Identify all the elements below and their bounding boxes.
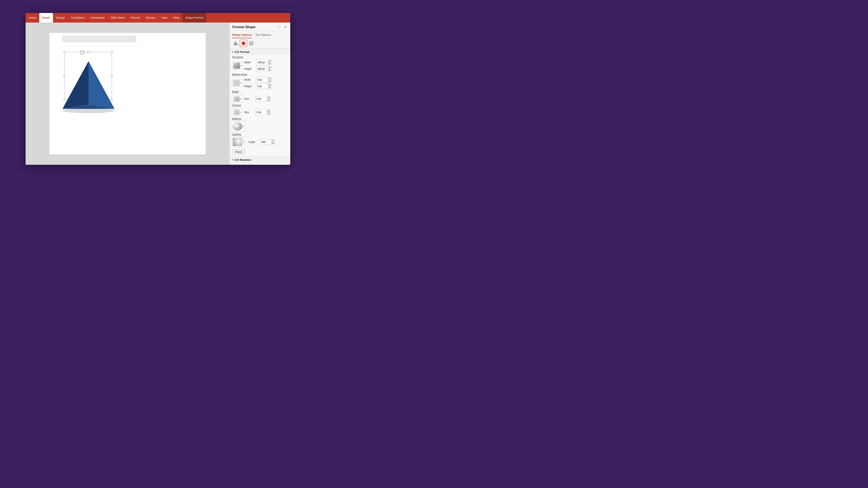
section-3d-rotation-header[interactable]: ▾ 3-D Rotation: [230, 156, 290, 163]
panel-icons-row: [230, 38, 290, 48]
top-bevel-width-up[interactable]: ▲: [268, 60, 271, 63]
bottom-bevel-height-up[interactable]: ▲: [268, 84, 271, 87]
bottom-bevel-icon: [233, 80, 240, 86]
size-label-contour: Size: [244, 111, 254, 114]
bevel-icon: [233, 63, 240, 69]
material-button[interactable]: ▾: [232, 121, 245, 132]
close-panel-button[interactable]: ✕: [283, 25, 288, 30]
contour-size-up[interactable]: ▲: [267, 109, 270, 112]
material-icon: [233, 122, 242, 131]
bottom-bevel-width-input[interactable]: ▲ ▼: [256, 77, 271, 83]
contour-section: Contour ▾ Size: [232, 104, 288, 116]
bottom-bevel-width-up[interactable]: ▲: [268, 77, 271, 80]
lighting-angle-value[interactable]: [260, 140, 271, 144]
lighting-icon: [233, 138, 242, 146]
panel-header: Format Shape ─ ✕: [230, 23, 290, 31]
top-bevel-width-spinners: ▲ ▼: [268, 60, 271, 65]
reset-button[interactable]: Reset: [232, 150, 245, 155]
bottom-bevel-height-value[interactable]: [256, 84, 268, 88]
bottom-bevel-row: ▾ Width ▲ ▼: [232, 77, 288, 89]
depth-size-input[interactable]: ▲ ▼: [255, 96, 271, 102]
tab-record[interactable]: Record: [128, 13, 143, 23]
top-bevel-button[interactable]: ▾: [232, 62, 242, 69]
tab-shape-options[interactable]: Shape Options: [232, 32, 252, 38]
fill-line-icon-option[interactable]: [232, 40, 239, 47]
svg-marker-3: [89, 61, 115, 109]
top-bevel-height-up[interactable]: ▲: [268, 66, 271, 69]
handle-tr[interactable]: [111, 51, 113, 53]
bottom-bevel-width-value[interactable]: [256, 78, 268, 82]
lighting-angle-input[interactable]: ▲ ▼: [260, 139, 275, 145]
tab-slideshow[interactable]: Slide Show: [107, 13, 128, 23]
tab-home[interactable]: Home: [26, 13, 39, 23]
pyramid-shape: [56, 57, 121, 118]
section-3d-format-content: Top bevel ▾ Width: [230, 55, 290, 156]
tab-design[interactable]: Design: [53, 13, 68, 23]
section-3d-format-header[interactable]: ▾ 3-D Format: [230, 48, 290, 55]
format-panel: Format Shape ─ ✕ Shape Options Text Opti…: [229, 23, 290, 165]
top-bevel-width-value[interactable]: [256, 61, 268, 64]
tab-review[interactable]: Review: [143, 13, 158, 23]
tab-text-options[interactable]: Text Options: [255, 32, 271, 38]
lighting-button[interactable]: ▾: [232, 137, 245, 147]
bottom-bevel-button[interactable]: ▾: [232, 79, 242, 87]
bevel-dropdown-arrow: ▾: [240, 65, 242, 67]
svg-rect-10: [250, 42, 252, 44]
rotation-chevron-icon: ▾: [232, 159, 233, 161]
bottom-bevel-height-spinners: ▲ ▼: [268, 84, 271, 89]
panel-header-icons: ─ ✕: [277, 25, 288, 30]
top-bevel-height-down[interactable]: ▼: [268, 69, 271, 72]
bottom-bevel-dropdown-arrow: ▾: [240, 82, 242, 84]
contour-label: Contour: [232, 104, 288, 107]
size-icon-option[interactable]: [248, 40, 255, 47]
bottom-bevel-width-spinners: ▲ ▼: [268, 77, 271, 83]
bottom-bevel-width-down[interactable]: ▼: [268, 80, 271, 83]
material-label: Material: [232, 117, 288, 120]
depth-color-icon: [234, 96, 240, 101]
bottom-bevel-height-input[interactable]: ▲ ▼: [256, 84, 271, 89]
tab-insert[interactable]: Insert: [39, 13, 53, 23]
depth-size-up[interactable]: ▲: [267, 96, 270, 99]
depth-size-down[interactable]: ▼: [267, 99, 270, 102]
height-label-bottom: Height: [244, 85, 254, 88]
top-bevel-height-row: Height ▲ ▼: [244, 66, 271, 72]
depth-color-button[interactable]: ▾: [232, 95, 242, 102]
lighting-label: Lighting: [232, 133, 288, 136]
top-bevel-height-spinners: ▲ ▼: [268, 66, 271, 72]
minimize-panel-button[interactable]: ─: [277, 25, 282, 30]
size-label-depth: Size: [244, 97, 254, 100]
handle-tl[interactable]: [63, 51, 65, 53]
contour-color-arrow: ▾: [240, 111, 241, 113]
depth-size-value[interactable]: [255, 97, 267, 101]
top-bevel-height-input[interactable]: ▲ ▼: [256, 66, 271, 72]
tab-shape-format[interactable]: Shape Format: [182, 13, 206, 23]
height-label-top: Height: [244, 67, 254, 70]
effects-icon-option[interactable]: [240, 40, 247, 47]
panel-tabs: Shape Options Text Options: [230, 31, 290, 38]
contour-size-value[interactable]: [255, 110, 267, 114]
contour-color-button[interactable]: ▾: [232, 109, 242, 116]
ribbon: Home Insert Design Transitions Animation…: [26, 13, 290, 23]
top-bevel-width-input[interactable]: ▲ ▼: [256, 60, 271, 65]
tab-view[interactable]: View: [158, 13, 170, 23]
slide-canvas: [50, 33, 206, 154]
slide-area[interactable]: [26, 23, 229, 165]
tab-transitions[interactable]: Transitions: [68, 13, 88, 23]
contour-controls: ▾ Size ▲ ▼: [232, 109, 288, 116]
main-area: Format Shape ─ ✕ Shape Options Text Opti…: [26, 23, 290, 165]
material-arrow: ▾: [243, 125, 244, 128]
bottom-bevel-label: Bottom bevel: [232, 73, 288, 76]
bottom-bevel-height-down[interactable]: ▼: [268, 86, 271, 89]
lighting-row: ▾ Angle ▲ ▼: [232, 137, 288, 147]
contour-size-down[interactable]: ▼: [267, 112, 270, 115]
contour-size-input[interactable]: ▲ ▼: [255, 109, 271, 115]
panel-body[interactable]: ▾ 3-D Format Top bevel ▾ Width: [230, 48, 290, 165]
tab-animations[interactable]: Animations: [88, 13, 107, 23]
lighting-angle-down[interactable]: ▼: [271, 142, 275, 145]
depth-row: Depth ▾ Size: [232, 90, 288, 102]
top-bevel-width-down[interactable]: ▼: [268, 62, 271, 65]
top-bevel-height-value[interactable]: [256, 67, 268, 71]
handle-tm[interactable]: [87, 51, 89, 53]
lighting-angle-up[interactable]: ▲: [271, 139, 275, 142]
tab-help[interactable]: Help: [170, 13, 182, 23]
